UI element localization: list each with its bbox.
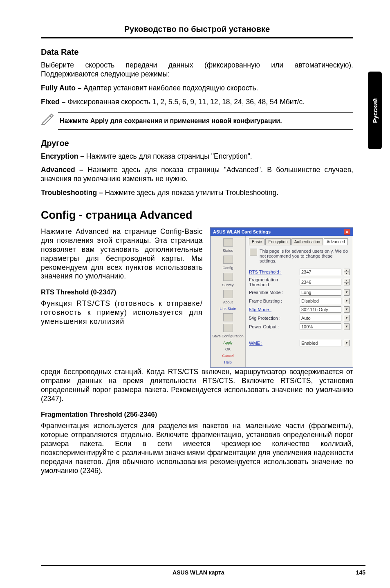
section-config-advanced-title: Config - страница Advanced <box>41 209 353 222</box>
dropdown-icon[interactable]: ▼ <box>344 340 350 346</box>
fully-auto-label: Fully Auto – <box>41 84 83 92</box>
dropdown-icon[interactable]: ▼ <box>344 298 350 304</box>
tab-encryption[interactable]: Encryption <box>265 238 290 245</box>
encryption-text: Нажмите здесь для показа страницы "Encry… <box>86 152 252 160</box>
tab-basic[interactable]: Basic <box>249 238 264 245</box>
setting-row: Power Output :100%▼ <box>249 323 350 330</box>
data-rate-fixed: Fixed – Фиксированная скорость 1, 2, 5.5… <box>41 98 353 107</box>
other-encryption: Encryption – Нажмите здесь для показа ст… <box>41 152 353 161</box>
side-config: Config <box>222 266 233 270</box>
setting-row: Preamble Mode :Long▼ <box>249 289 350 296</box>
other-troubleshooting: Troubleshooting – Нажмите здесь для пока… <box>41 189 353 197</box>
tab-authentication[interactable]: Authentication <box>291 238 323 245</box>
setting-field[interactable]: 2347 <box>300 269 341 275</box>
setting-row: 54g Protection :Auto▼ <box>249 315 350 321</box>
other-advanced: Advanced – Нажмите здесь для показа стра… <box>41 166 353 184</box>
setting-field[interactable]: Long <box>300 289 341 296</box>
footer-page-number: 145 <box>356 569 365 576</box>
setting-label[interactable]: 54g Mode : <box>249 307 297 312</box>
setting-label: Fragmentation Threshold : <box>249 277 297 287</box>
dialog-hint: This page is for advanced users only. We… <box>249 247 350 267</box>
survey-icon[interactable] <box>223 273 233 281</box>
hint-icon <box>250 249 257 256</box>
note-text: Нажмите Apply для сохранения и применени… <box>58 112 353 130</box>
frag-paragraph: Фрагментация используется для разделения… <box>41 422 353 475</box>
footer-center: ASUS WLAN карта <box>41 569 356 576</box>
setting-field[interactable]: 802.11b Only <box>300 306 341 313</box>
rts-paragraph-2: среди беспроводных станций. Когда RTS/CT… <box>41 368 353 404</box>
status-icon[interactable] <box>223 238 233 247</box>
spin-control[interactable]: ▲▼ <box>344 269 350 275</box>
setting-field[interactable]: Enabled <box>300 340 341 346</box>
advanced-label: Advanced – <box>41 166 87 174</box>
tab-advanced[interactable]: Advanced <box>324 238 347 245</box>
config-advanced-intro: Нажмите Advanced на странице Config-Basi… <box>41 227 203 281</box>
setting-field[interactable]: Auto <box>300 315 341 321</box>
setting-field[interactable]: 2346 <box>300 279 341 285</box>
section-data-rate-title: Data Rate <box>41 47 353 57</box>
side-survey: Survey <box>222 283 233 287</box>
setting-row: Fragmentation Threshold :2346▲▼ <box>249 277 350 287</box>
side-help[interactable]: Help <box>224 361 232 365</box>
setting-field[interactable]: 100% <box>300 323 341 330</box>
dialog-tabs: Basic Encryption Authentication Advanced <box>249 238 350 245</box>
frag-threshold-heading: Fragmentation Threshold (256-2346) <box>41 411 353 418</box>
side-status: Status <box>223 249 233 253</box>
encryption-label: Encryption – <box>41 152 86 160</box>
setting-row: 54g Mode :802.11b Only▼ <box>249 306 350 313</box>
setting-label[interactable]: WME : <box>249 341 297 346</box>
setting-label: Power Output : <box>249 324 297 329</box>
advanced-text: Нажмите здесь для показа страницы "Advan… <box>41 166 353 183</box>
setting-row: Frame Bursting :Disabled▼ <box>249 298 350 304</box>
setting-label: Frame Bursting : <box>249 298 297 303</box>
troubleshooting-label: Troubleshooting – <box>41 189 105 197</box>
hint-text: This page is for advanced users only. We… <box>260 249 349 263</box>
troubleshooting-text: Нажмите здесь для показа утилиты Trouble… <box>105 189 278 197</box>
settings-dialog-screenshot: ASUS WLAN Card Settings × Status Config … <box>210 227 353 368</box>
side-cancel[interactable]: Cancel <box>222 354 233 358</box>
fixed-label: Fixed – <box>41 98 67 106</box>
save-config-icon[interactable] <box>223 324 233 332</box>
side-ok[interactable]: OK <box>225 348 231 352</box>
data-rate-intro: Выберите скорость передачи данных (фикси… <box>41 61 353 79</box>
page-footer: ASUS WLAN карта 145 <box>41 565 365 576</box>
setting-label[interactable]: RTS Threshold : <box>249 269 297 274</box>
fixed-text: Фиксированная скорость 1, 2, 5.5, 6, 9, … <box>67 98 305 106</box>
dropdown-icon[interactable]: ▼ <box>344 306 350 313</box>
link-icon <box>223 313 233 321</box>
dropdown-icon[interactable]: ▼ <box>344 323 350 330</box>
dialog-sidebar: Status Config Survey About Link State Sa… <box>211 236 246 367</box>
rts-paragraph-1: Функция RTS/CTS (готовнось к отправке/го… <box>41 299 203 326</box>
dropdown-icon[interactable]: ▼ <box>344 289 350 296</box>
config-icon[interactable] <box>223 256 233 264</box>
spin-control[interactable]: ▲▼ <box>344 279 350 285</box>
section-other-title: Другое <box>41 139 353 148</box>
setting-label: 54g Protection : <box>249 316 297 321</box>
setting-field[interactable]: Disabled <box>300 298 341 304</box>
pencil-icon <box>41 112 54 127</box>
dialog-titlebar: ASUS WLAN Card Settings × <box>211 228 353 236</box>
setting-label: Preamble Mode : <box>249 290 297 295</box>
close-icon[interactable]: × <box>344 229 350 235</box>
note-row: Нажмите Apply для сохранения и применени… <box>41 112 353 130</box>
about-icon[interactable] <box>223 290 233 298</box>
side-linkstate[interactable]: Link State <box>220 307 236 311</box>
setting-row: WME :Enabled▼ <box>249 340 350 346</box>
rts-threshold-heading: RTS Threshold (0-2347) <box>41 288 203 296</box>
setting-row: RTS Threshold :2347▲▼ <box>249 269 350 275</box>
dropdown-icon[interactable]: ▼ <box>344 315 350 321</box>
data-rate-fully-auto: Fully Auto – Адаптер установит наиболее … <box>41 84 353 93</box>
side-apply[interactable]: Apply <box>223 341 233 345</box>
side-about: About <box>223 301 233 305</box>
fully-auto-text: Адаптер установит наиболее подходящую ск… <box>83 84 258 92</box>
page-header-title: Руководство по быстрой установке <box>41 25 353 34</box>
side-saveconfig: Save Configuration <box>212 334 244 339</box>
dialog-title: ASUS WLAN Card Settings <box>213 229 271 234</box>
